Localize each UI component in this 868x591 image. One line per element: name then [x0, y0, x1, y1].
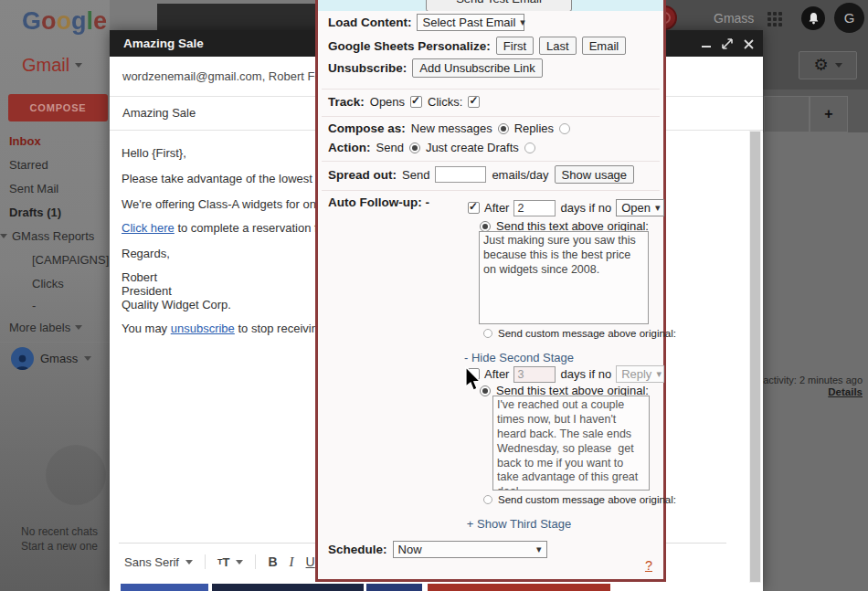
signature-line: President: [122, 284, 231, 298]
compose-as-new-radio[interactable]: [498, 123, 509, 134]
logo-letter: l: [87, 7, 94, 35]
font-name: Sans Serif: [124, 555, 179, 569]
sidebar-item-starred[interactable]: Starred: [9, 158, 48, 172]
gear-icon: [813, 57, 828, 74]
send-button-clipped[interactable]: [121, 584, 208, 591]
gmass-button-clipped[interactable]: [428, 584, 610, 591]
spread-unit-label: emails/day: [492, 168, 548, 182]
panel-separator: [322, 161, 660, 162]
font-family-selector[interactable]: Sans Serif: [124, 555, 193, 569]
stage1-condition-select[interactable]: Open: [616, 199, 664, 216]
load-content-row: Load Content: Select Past Email: [328, 14, 524, 31]
compose-as-new-label: New messages: [411, 121, 492, 135]
chevron-down-icon: [84, 356, 91, 361]
compose-scrollbar[interactable]: [749, 131, 761, 583]
stage1-enable-checkbox[interactable]: [468, 202, 480, 214]
body-paragraph: Please take advantage of the lowest pri: [122, 172, 329, 185]
click-here-link[interactable]: Click here: [122, 221, 175, 235]
add-unsubscribe-button[interactable]: Add Unsubscribe Link: [412, 58, 542, 78]
stage2-condition-select[interactable]: Reply: [616, 365, 664, 383]
action-drafts-radio[interactable]: [524, 142, 535, 153]
stage2-condition-label: days if no: [560, 367, 611, 381]
account-avatar[interactable]: G: [834, 3, 864, 33]
stage1-message-textarea[interactable]: Just making sure you saw this because th…: [479, 231, 649, 324]
load-content-label: Load Content:: [328, 16, 411, 29]
screen: Gmass G + nt activity: 2 minutes ago Det…: [0, 0, 868, 591]
scrollbar-thumb[interactable]: [750, 132, 760, 582]
gmass-toolbar-clipped: [366, 584, 422, 591]
sidebar-item-sent-mail[interactable]: Sent Mail: [9, 182, 58, 195]
settings-gear-button[interactable]: [799, 51, 857, 79]
underline-button[interactable]: U: [306, 554, 315, 569]
chat-account-name: Gmass: [40, 352, 78, 365]
spread-count-input[interactable]: [435, 166, 486, 183]
sidebar-more-labels[interactable]: More labels: [9, 321, 82, 334]
compose-button[interactable]: COMPOSE: [8, 94, 108, 121]
stage2-days-input[interactable]: [513, 366, 556, 383]
show-third-stage-link[interactable]: + Show Third Stage: [409, 517, 629, 531]
stage2-custom-radio[interactable]: [483, 495, 492, 504]
new-tab-button[interactable]: +: [810, 96, 848, 132]
sidebar-item-inbox[interactable]: Inbox: [9, 134, 41, 148]
stage1-condition-value: Open: [621, 201, 651, 215]
dimmed-tab: [764, 96, 810, 132]
unsubscribe-label: Unsubscribe:: [328, 61, 407, 75]
compose-as-replies-radio[interactable]: [559, 123, 570, 134]
chat-avatar: [11, 347, 34, 370]
sidebar-item-gmass-reports[interactable]: GMass Reports: [0, 229, 94, 243]
logo-letter: o: [57, 7, 72, 35]
chat-empty-line1: No recent chats: [0, 525, 119, 538]
action-row: Action: Send Just create Drafts: [328, 141, 535, 154]
plus-icon: +: [824, 106, 832, 122]
chat-account-row[interactable]: Gmass: [11, 347, 91, 370]
action-drafts-label: Just create Drafts: [426, 141, 519, 154]
sidebar-item-dash[interactable]: -: [32, 299, 36, 312]
track-opens-checkbox[interactable]: [410, 96, 422, 108]
apps-grid-icon[interactable]: [767, 12, 784, 28]
stage1-custom-label: Send custom message above original:: [498, 328, 676, 339]
show-usage-button[interactable]: Show usage: [555, 165, 635, 184]
personalize-email-button[interactable]: Email: [582, 37, 627, 55]
gmass-settings-panel: Send Test Email Load Content: Select Pas…: [315, 0, 666, 582]
stage1-custom-row: Send custom message above original:: [483, 328, 676, 339]
font-size-icon: [217, 555, 229, 569]
font-size-selector[interactable]: [217, 555, 243, 569]
action-send-radio[interactable]: [409, 142, 420, 153]
sidebar-item-clicks[interactable]: Clicks: [32, 277, 64, 290]
help-link[interactable]: ?: [645, 558, 652, 573]
schedule-row: Schedule: Now: [328, 541, 547, 558]
stage2-message-textarea[interactable]: I've reached out a couple times now, but…: [492, 396, 650, 491]
details-link[interactable]: Details: [828, 386, 863, 397]
stage1-sendtext-radio[interactable]: [480, 221, 491, 232]
notifications-bell-icon[interactable]: [801, 6, 825, 30]
unsubscribe-link[interactable]: unsubscribe: [171, 322, 235, 335]
logo-letter: o: [41, 7, 57, 35]
hide-second-stage-link[interactable]: - Hide Second Stage: [409, 351, 629, 364]
gmail-product-menu[interactable]: Gmail: [22, 55, 82, 76]
sidebar-item-drafts[interactable]: Drafts (1): [9, 206, 61, 219]
stage1-days-input[interactable]: [513, 200, 556, 216]
panel-separator: [322, 89, 660, 90]
track-clicks-checkbox[interactable]: [468, 96, 480, 108]
stage1-condition-row: After days if no Open: [468, 199, 664, 216]
personalize-first-button[interactable]: First: [496, 37, 534, 55]
personalize-last-button[interactable]: Last: [539, 37, 577, 55]
header-account-label: Gmass: [714, 11, 754, 26]
compose-as-label: Compose as:: [328, 121, 406, 135]
search-box-dimmed: [157, 4, 316, 30]
stage1-custom-radio[interactable]: [483, 329, 492, 338]
bold-button[interactable]: B: [268, 554, 277, 569]
body-text: You may: [122, 322, 171, 335]
spread-send-label: Send: [402, 168, 429, 182]
schedule-select[interactable]: Now: [393, 541, 547, 558]
chevron-down-icon: [835, 63, 842, 68]
action-label: Action:: [328, 141, 371, 154]
toolbar-separator: [205, 554, 206, 569]
sidebar-item-campaigns[interactable]: [CAMPAIGNS]: [32, 253, 109, 267]
send-test-email-button[interactable]: Send Test Email: [426, 0, 572, 11]
load-content-select[interactable]: Select Past Email: [417, 14, 524, 31]
italic-button[interactable]: I: [290, 554, 294, 570]
spread-label: Spread out:: [328, 168, 397, 182]
google-logo: Google: [22, 7, 107, 36]
body-text: to stop receiving: [235, 322, 324, 335]
